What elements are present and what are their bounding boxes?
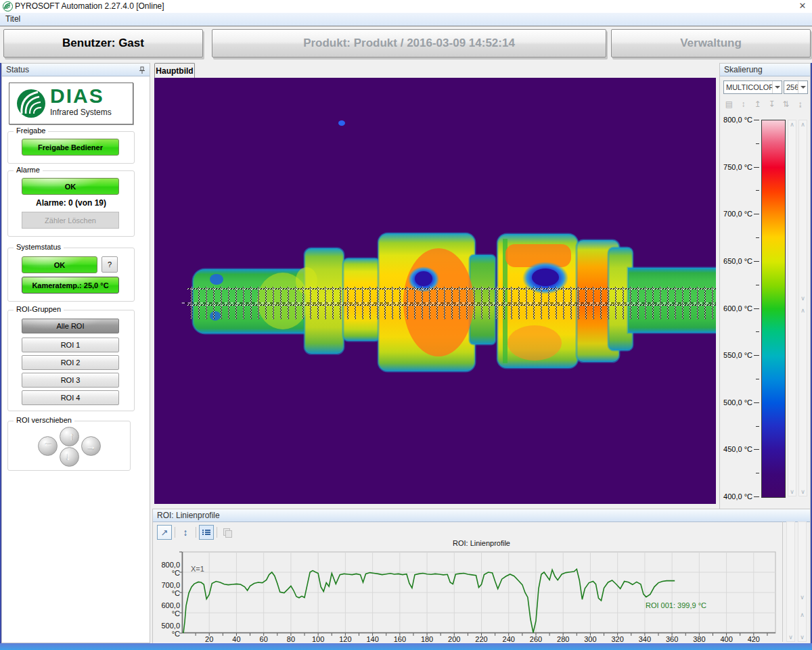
chevron-down-icon[interactable] [772, 81, 782, 93]
chevron-down-icon[interactable]: ∨ [787, 634, 794, 641]
menu-bar: Titel [0, 13, 812, 26]
pyrosoft-window: { "window": { "title": "PYROSOFT Automat… [0, 0, 812, 650]
auto-range-icon[interactable]: ↨ [794, 99, 806, 110]
roi-move-right-button[interactable]: → [81, 436, 101, 456]
colorbar-major-tick [754, 449, 759, 450]
roi-move-up-button[interactable]: → [60, 427, 79, 446]
chevron-down-icon[interactable]: ∨ [798, 634, 806, 641]
colorbar-major-tick [754, 120, 759, 120]
copy-button[interactable] [220, 525, 235, 540]
x-tick-label: 40 [226, 635, 246, 643]
roi-group-button-roi-3[interactable]: ROI 3 [22, 373, 119, 388]
chevron-down-icon[interactable] [798, 81, 807, 93]
roi-move-left-button[interactable]: → [38, 436, 58, 456]
cursor-label: X=1 [191, 565, 204, 573]
linienprofile-header: ROI: Linienprofile [153, 509, 810, 522]
x-tick-label: 80 [281, 635, 301, 643]
roi-group-button-roi-2[interactable]: ROI 2 [22, 355, 119, 370]
x-tick-label: 140 [363, 635, 383, 643]
alarme-ok-indicator[interactable]: OK [22, 178, 119, 195]
colorbar-label: 650,0 °C [723, 257, 752, 265]
roi-gruppen-buttons: Alle ROIROI 1ROI 2ROI 3ROI 4 [22, 319, 118, 408]
colorbar-major-tick [754, 402, 759, 403]
autoscale-button[interactable]: ↕ [178, 525, 193, 540]
status-panel: Status DIAS Infrared Systems Freigabe Fr… [1, 63, 150, 643]
roi-move-down-button[interactable]: → [60, 447, 79, 467]
levels-value: 256 [784, 83, 798, 91]
chevron-down-icon[interactable]: ∨ [799, 488, 807, 495]
roi-group-button-roi-1[interactable]: ROI 1 [22, 338, 119, 352]
scale-max-scrollbar[interactable]: ∧ ∨ [788, 120, 796, 496]
chevron-down-icon[interactable]: ∨ [799, 295, 807, 302]
y-tick-label: 600,0 °C [153, 601, 180, 618]
chevron-up-icon[interactable]: ∧ [788, 121, 796, 128]
lower-max-icon[interactable]: ↧ [766, 99, 777, 110]
kameratemp-indicator[interactable]: Kameratemp.: 25,0 °C [22, 277, 119, 294]
chevron-up-icon[interactable]: ∧ [798, 611, 806, 618]
thermal-image-view[interactable] [154, 78, 716, 504]
profile-scrollbar-1[interactable]: ∨ [786, 521, 795, 642]
linienprofile-toolbar: ↗ ↕ [157, 525, 235, 540]
roi-group-button-alle-roi[interactable]: Alle ROI [22, 319, 119, 333]
x-tick-label: 420 [744, 635, 764, 643]
dias-swirl-icon [15, 88, 47, 119]
scale-min-scrollbar[interactable]: ∧ ∨ ∧ ∨ [798, 120, 807, 496]
legend-toggle-button[interactable] [199, 525, 214, 540]
raise-min-icon[interactable]: ↥ [752, 99, 763, 110]
zaehler-loeschen-button[interactable]: Zähler Löschen [22, 212, 119, 229]
verwaltung-button[interactable]: Verwaltung [611, 29, 811, 57]
colorbar-minor-tick [756, 426, 759, 427]
roi-verschieben-label: ROI verschieben [14, 416, 74, 424]
line-profile-chart [182, 552, 775, 640]
tab-hauptbild[interactable]: Hauptbild [154, 63, 195, 78]
copy-icon [223, 528, 231, 536]
freigabe-bediener-button[interactable]: Freigabe Bediener [22, 139, 119, 156]
colorbar-major-tick [754, 496, 759, 497]
colorbar-gradient [761, 120, 786, 498]
pin-icon[interactable] [139, 66, 145, 74]
chevron-down-icon[interactable]: ∨ [788, 488, 796, 495]
chevron-up-icon[interactable]: ∧ [799, 121, 807, 128]
x-tick-label: 60 [254, 635, 274, 643]
menu-titel[interactable]: Titel [5, 14, 20, 24]
x-tick-label: 300 [580, 635, 600, 643]
profile-scrollbar-2[interactable]: ∨ ∧ ∨ [798, 521, 807, 642]
palette-combobox[interactable]: MULTICOLOR [723, 80, 782, 94]
linienprofile-header-title: ROI: Linienprofile [157, 511, 220, 520]
colorbar-label: 500,0 °C [723, 398, 752, 407]
vertical-arrows-icon: ↕ [183, 527, 188, 538]
levels-combobox[interactable]: 256 [784, 80, 808, 94]
systemstatus-help-button[interactable]: ? [102, 256, 118, 273]
status-panel-header: Status [2, 64, 150, 76]
linienprofile-panel: ROI: Linienprofile ↗ ↕ ROI: Linienprofil… [152, 509, 811, 644]
x-tick-label: 380 [689, 635, 709, 643]
systemstatus-ok-indicator[interactable]: OK [22, 256, 97, 273]
alarme-label: Alarme [14, 166, 43, 174]
x-tick-label: 220 [472, 635, 492, 643]
chart-title: ROI: Linienprofile [153, 539, 810, 547]
dias-brand: DIAS [50, 85, 104, 108]
colorbar-major-tick [754, 214, 759, 214]
list-icon [202, 529, 210, 536]
x-tick-label: 400 [717, 635, 737, 643]
systemstatus-label: Systemstatus [14, 243, 64, 251]
roi-band-row1 [187, 287, 716, 303]
chevron-down-icon[interactable]: ∨ [798, 594, 806, 601]
status-panel-title: Status [6, 65, 29, 74]
dias-subtitle: Infrared Systems [50, 108, 112, 117]
skalierung-panel: Skalierung MULTICOLOR 256 ▤ ↕ ↥ ↧ ⇅ ↨ 80… [719, 63, 811, 509]
x-tick-label: 240 [499, 635, 519, 643]
compress-range-icon[interactable]: ⇅ [780, 99, 792, 110]
x-tick-label: 340 [635, 635, 655, 643]
expand-range-icon[interactable]: ↕ [738, 99, 749, 110]
scale-properties-icon[interactable]: ▤ [723, 99, 735, 110]
produkt-button[interactable]: Produkt: Produkt / 2016-03-09 14:52:14 [212, 29, 606, 57]
thermal-image [154, 78, 716, 504]
freigabe-label: Freigabe [14, 126, 48, 135]
roi-group-button-roi-4[interactable]: ROI 4 [22, 390, 119, 405]
benutzer-button[interactable]: Benutzer: Gast [3, 29, 203, 57]
close-icon[interactable]: ✕ [796, 1, 809, 11]
open-window-button[interactable]: ↗ [157, 525, 172, 540]
chevron-up-icon[interactable]: ∧ [799, 307, 807, 314]
alarme-group: Alarme OK Alarme: 0 (von 19) Zähler Lösc… [7, 170, 135, 237]
